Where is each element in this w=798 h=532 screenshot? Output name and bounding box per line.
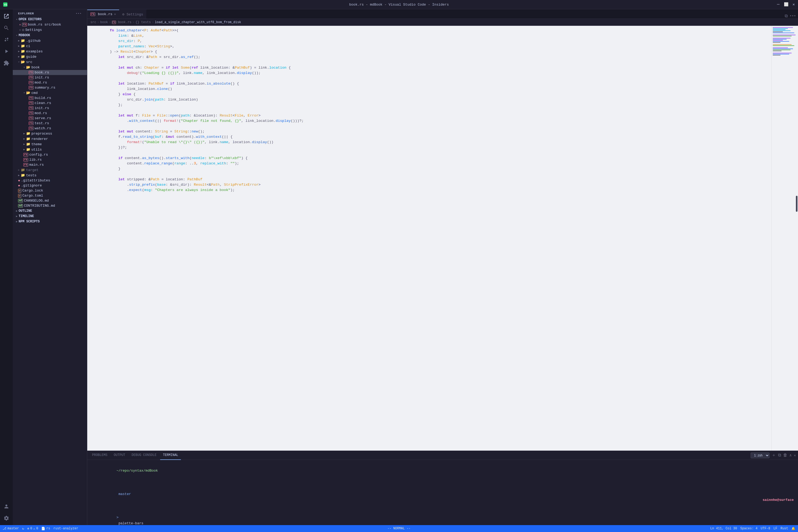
renderer-folder-item[interactable]: ▶ 📁 renderer	[13, 136, 87, 141]
errors-status[interactable]: ⊗ 0 ⚠ 0	[27, 527, 38, 531]
mod-rs-cmd-item[interactable]: rs mod.rs	[13, 111, 87, 116]
lib-rs-item[interactable]: rs lib.rs	[13, 157, 87, 162]
tests-folder-item[interactable]: ▶ 📁 tests	[13, 173, 87, 178]
encoding-status[interactable]: UTF-8	[761, 527, 770, 530]
config-rs-item[interactable]: rs config.rs	[13, 152, 87, 157]
minimap-scrollbar[interactable]	[796, 196, 797, 212]
terminal-select[interactable]: 1: zsh	[750, 453, 770, 458]
utils-folder-item[interactable]: ▶ 📁 utils	[13, 147, 87, 152]
activity-bar	[0, 9, 13, 525]
summary-rs-item[interactable]: rs summary.rs	[13, 85, 87, 90]
init-rs-cmd-item[interactable]: rs init.rs	[13, 106, 87, 111]
more-editor-actions-icon[interactable]: •••	[790, 14, 796, 18]
serve-rs-item[interactable]: rs serve.rs	[13, 116, 87, 121]
vim-mode-indicator: -- NORMAL --	[387, 527, 411, 530]
notifications-status[interactable]: 🔔	[791, 527, 795, 531]
rust-analyzer-status[interactable]: rust-analyzer	[54, 527, 78, 530]
clean-rs-icon: rs	[29, 101, 34, 105]
eol-label: LF	[774, 527, 777, 530]
mod-rs-book-item[interactable]: rs mod.rs	[13, 80, 87, 85]
ci-folder-item[interactable]: ▶ 📁 ci	[13, 43, 87, 49]
close-button[interactable]: ✕	[793, 2, 795, 7]
tab-book-rs-close[interactable]: ✕	[114, 12, 116, 16]
guide-folder-item[interactable]: ▶ 📁 guide	[13, 54, 87, 59]
preprocess-folder-item[interactable]: ▶ 📁 preprocess	[13, 131, 87, 136]
main-content: rs book.rs ✕ ⚙ Settings ⧉ ••• src › book…	[87, 9, 798, 525]
github-folder-item[interactable]: ▶ 📁 .github	[13, 38, 87, 43]
explorer-activity-icon[interactable]	[2, 12, 11, 21]
summary-rs-icon: rs	[29, 86, 34, 89]
indent-status[interactable]: Spaces: 4	[740, 527, 758, 530]
split-editor-icon[interactable]: ⧉	[785, 14, 787, 19]
maximize-panel-icon[interactable]: ∧	[790, 453, 792, 457]
split-terminal-icon[interactable]: ⧉	[778, 453, 781, 458]
cmd-folder-item[interactable]: ▾ 📂 cmd	[13, 90, 87, 95]
breadcrumb-book[interactable]: book	[100, 20, 108, 24]
timeline-section[interactable]: ▶ TIMELINE	[13, 214, 87, 219]
gitattributes-item[interactable]: ◆ .gitattributes	[13, 178, 87, 183]
search-activity-icon[interactable]	[2, 23, 11, 33]
minimap-line	[773, 40, 783, 41]
panel-tab-problems[interactable]: PROBLEMS	[89, 451, 110, 460]
minimap-line	[773, 55, 780, 56]
panel-content[interactable]: ~/repo/syntax/mdBook master sainnhe@surf…	[87, 460, 798, 525]
book-folder-item[interactable]: ▾ 📂 book	[13, 65, 87, 70]
sidebar-more-icon[interactable]: •••	[76, 12, 82, 15]
git-branch-status[interactable]: ⎇ master	[3, 527, 19, 531]
eol-status[interactable]: LF	[774, 527, 777, 530]
panel-tab-output[interactable]: OUTPUT	[111, 451, 128, 460]
account-activity-icon[interactable]	[2, 502, 11, 511]
close-panel-icon[interactable]: ✕	[794, 453, 796, 457]
tab-book-rs[interactable]: rs book.rs ✕	[87, 10, 119, 19]
build-rs-item[interactable]: rs build.rs	[13, 95, 87, 100]
breadcrumb-src[interactable]: src	[91, 20, 96, 24]
close-icon-settings[interactable]: ✕	[19, 28, 21, 32]
outline-section[interactable]: ▶ OUTLINE	[13, 208, 87, 214]
open-editor-book-rs[interactable]: ✕ rs book.rs src/book	[13, 22, 87, 27]
init-rs-book-item[interactable]: rs init.rs	[13, 75, 87, 80]
close-icon[interactable]: ✕	[19, 23, 21, 26]
new-terminal-icon[interactable]: ＋	[772, 453, 776, 458]
contributing-item[interactable]: md CONTRIBUTING.md	[13, 203, 87, 208]
watch-rs-item[interactable]: rs watch.rs	[13, 126, 87, 131]
breadcrumb-book-rs[interactable]: book.rs	[118, 20, 131, 24]
maximize-button[interactable]: ⬜	[784, 2, 788, 7]
open-editors-section[interactable]: ▾ OPEN EDITORS	[13, 17, 87, 22]
cargo-toml-item[interactable]: ⚙ Cargo.toml	[13, 193, 87, 198]
sync-status[interactable]: ↻	[22, 527, 24, 531]
clean-rs-item[interactable]: rs clean.rs	[13, 100, 87, 106]
editor-main[interactable]: fn load_chapter<P: AsRef<Path>>( link: &…	[87, 26, 772, 451]
src-folder-item[interactable]: ▾ 📂 src	[13, 59, 87, 65]
main-rs-item[interactable]: rs main.rs	[13, 162, 87, 167]
cursor-position-status[interactable]: Ln 411, Col 30	[710, 527, 737, 530]
panel-tab-debug-console[interactable]: DEBUG CONSOLE	[129, 451, 159, 460]
changelog-item[interactable]: md CHANGELOG.md	[13, 198, 87, 203]
examples-folder-item[interactable]: ▶ 📁 examples	[13, 49, 87, 54]
breadcrumb-tests[interactable]: {} tests	[135, 20, 151, 24]
language-status[interactable]: Rust	[780, 527, 788, 530]
extensions-activity-icon[interactable]	[2, 58, 11, 68]
run-activity-icon[interactable]	[2, 46, 11, 56]
mdbook-section[interactable]: ▾ MDBOOK	[13, 33, 87, 38]
source-control-activity-icon[interactable]	[2, 35, 11, 44]
kill-terminal-icon[interactable]: 🗑	[783, 453, 787, 458]
theme-folder-item[interactable]: ▶ 📁 theme	[13, 141, 87, 147]
gitattributes-icon: ◆	[18, 178, 20, 183]
filetype-status[interactable]: 📄 rs	[41, 527, 50, 531]
ci-folder-icon: 📁	[21, 44, 25, 48]
gitignore-item[interactable]: ◆ .gitignore	[13, 183, 87, 188]
npm-scripts-section[interactable]: ▶ NPM SCRIPTS	[13, 219, 87, 224]
window-controls[interactable]: ─ ⬜ ✕	[777, 2, 795, 7]
minimize-button[interactable]: ─	[777, 2, 780, 7]
breadcrumb-function[interactable]: load_a_single_chapter_with_utf8_bom_from…	[155, 20, 241, 24]
target-folder-item[interactable]: ▶ 📁 target	[13, 167, 87, 173]
panel-tab-terminal[interactable]: TERMINAL	[160, 451, 181, 460]
open-editor-settings[interactable]: ✕ ⚙ Settings	[13, 27, 87, 33]
book-rs-item[interactable]: rs book.rs	[13, 70, 87, 75]
test-rs-item[interactable]: rs test.rs	[13, 121, 87, 126]
terminal-user-right: sainnhe@surface	[763, 497, 794, 503]
tab-settings[interactable]: ⚙ Settings	[119, 10, 146, 19]
settings-activity-icon[interactable]	[2, 513, 11, 523]
code-line: src_dir.join(path: link_location)	[87, 97, 772, 102]
cargo-lock-item[interactable]: ⚙ Cargo.lock	[13, 188, 87, 193]
